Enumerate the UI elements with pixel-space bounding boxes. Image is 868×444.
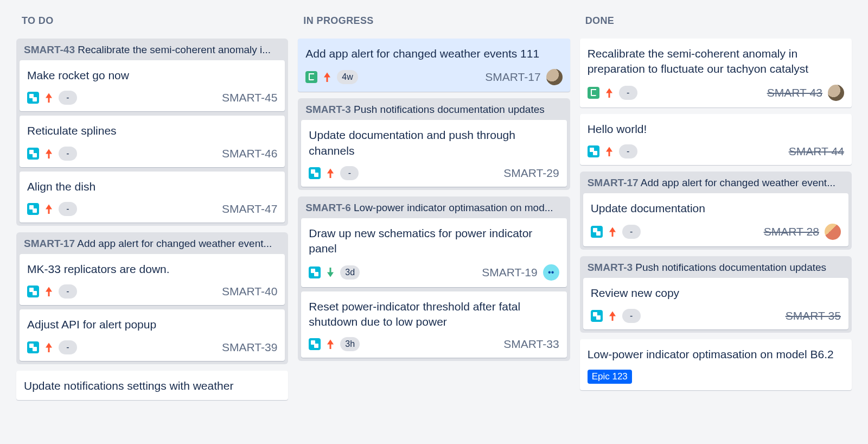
issue-card[interactable]: Low-power indicator optimasation on mode… [580,339,852,391]
group-key: SMART-3 [588,262,633,273]
group-key: SMART-3 [305,104,350,115]
issue-key: SMART-47 [222,202,277,215]
card-title: Make rocket go now [27,68,277,83]
card-title: Hello world! [588,122,844,137]
priority-up-icon [608,310,617,321]
issue-key: SMART-17 [485,71,540,84]
estimate-badge: - [59,340,77,354]
card-title: Update documentation and push through ch… [309,128,559,158]
column-done: DONE Recalibrate the semi-coherent anoma… [580,0,852,390]
issue-key: SMART-33 [503,338,559,351]
issue-card[interactable]: Recalibrate the semi-coherent anomaly in… [580,39,852,107]
card-title: Reticulate splines [27,123,277,138]
issue-card[interactable]: Adjust API for alert popup - SMART-39 [20,309,285,360]
estimate-badge: 4w [337,70,358,84]
subtask-icon [591,226,603,238]
column-inprogress: IN PROGRESS Add app alert for changed we… [298,0,570,361]
group-header[interactable]: SMART-6 Low-power indicator optimasation… [301,196,566,218]
estimate-badge: - [59,202,77,216]
issue-key: SMART-19 [482,266,537,279]
issue-card[interactable]: Reset power-indicator threshold after fa… [301,291,566,358]
estimate-badge: - [622,309,641,323]
issue-card[interactable]: Align the dish - SMART-47 [20,172,285,223]
avatar[interactable] [546,69,563,85]
card-group: SMART-17 Add app alert for changed weath… [580,172,852,250]
estimate-badge: - [59,284,77,299]
issue-card[interactable]: Review new copy - SMART-35 [583,278,848,329]
issue-card[interactable]: Make rocket go now - SMART-45 [20,60,285,111]
priority-up-icon [44,92,53,103]
card-title: Review new copy [591,286,841,301]
card-title: Add app alert for changed weather events… [305,46,562,61]
estimate-badge: - [622,225,641,239]
priority-down-icon [326,267,335,278]
subtask-icon [27,341,39,353]
issue-card[interactable]: Update notifications settings with weath… [16,371,288,400]
priority-up-icon [323,72,331,83]
story-icon [588,87,599,99]
group-header[interactable]: SMART-17 Add app alert for changed weath… [583,172,848,193]
issue-key: SMART-46 [222,147,277,160]
group-key: SMART-17 [24,238,75,249]
group-title: Recalibrate the semi-coherent anomaly i.… [78,44,271,55]
card-group: SMART-3 Push notifications documentation… [580,256,852,332]
priority-up-icon [326,168,335,179]
priority-up-icon [605,87,614,98]
issue-card[interactable]: Hello world! - SMART-44 [580,114,852,165]
card-group: SMART-6 Low-power indicator optimasation… [298,196,570,361]
priority-up-icon [44,342,53,353]
priority-up-icon [44,204,53,214]
group-header[interactable]: SMART-43 Recalibrate the semi-coherent a… [20,39,285,60]
estimate-badge: - [59,91,77,105]
card-title: MK-33 replicators are down. [27,262,277,277]
estimate-badge: - [619,144,637,158]
estimate-badge: - [340,166,359,180]
issue-card[interactable]: Draw up new schematics for power indicat… [301,218,566,287]
subtask-icon [27,92,39,104]
avatar[interactable] [825,224,841,240]
issue-card[interactable]: Update documentation and push through ch… [301,120,566,187]
column-body: Add app alert for changed weather events… [298,39,570,361]
group-title: Push notifications documentation updates [354,104,545,115]
group-title: Add app alert for changed weather event.… [77,238,272,249]
estimate-badge: - [59,147,77,161]
group-header[interactable]: SMART-3 Push notifications documentation… [301,98,566,120]
column-todo: TO DO SMART-43 Recalibrate the semi-cohe… [16,0,288,400]
card-title: Low-power indicator optimasation on mode… [588,347,844,362]
card-title: Draw up new schematics for power indicat… [309,226,559,257]
issue-key: SMART-45 [222,91,277,104]
issue-key: SMART-44 [789,145,844,158]
group-key: SMART-17 [588,177,639,188]
group-title: Push notifications documentation updates [635,262,826,273]
subtask-icon [27,203,39,215]
column-header: DONE [580,0,852,39]
group-key: SMART-6 [305,202,350,213]
group-title: Low-power indicator optimasation on mod.… [354,202,553,213]
avatar[interactable]: •• [543,264,559,281]
issue-card[interactable]: Reticulate splines - SMART-46 [20,116,285,167]
priority-up-icon [326,339,335,350]
epic-chip[interactable]: Epic 123 [588,370,632,384]
issue-card[interactable]: Update documentation - SMART-28 [583,193,848,246]
issue-card[interactable]: MK-33 replicators are down. - SMART-40 [20,254,285,305]
issue-key: SMART-39 [222,341,277,354]
group-header[interactable]: SMART-3 Push notifications documentation… [583,256,848,278]
column-body: Recalibrate the semi-coherent anomaly in… [580,39,852,390]
subtask-icon [309,167,321,179]
subtask-icon [27,286,39,297]
column-body: SMART-43 Recalibrate the semi-coherent a… [16,39,288,400]
story-icon [305,71,317,83]
priority-up-icon [608,226,617,237]
column-header: IN PROGRESS [298,0,570,39]
issue-key: SMART-43 [767,86,822,99]
subtask-icon [27,148,39,160]
issue-key: SMART-28 [764,225,819,238]
card-title: Align the dish [27,179,277,194]
issue-key: SMART-29 [503,167,559,180]
group-header[interactable]: SMART-17 Add app alert for changed weath… [20,232,285,254]
issue-key: SMART-40 [222,285,277,298]
card-title: Recalibrate the semi-coherent anomaly in… [588,46,844,77]
avatar[interactable] [828,85,844,101]
estimate-badge: 3d [340,265,360,280]
issue-card[interactable]: Add app alert for changed weather events… [298,39,570,92]
